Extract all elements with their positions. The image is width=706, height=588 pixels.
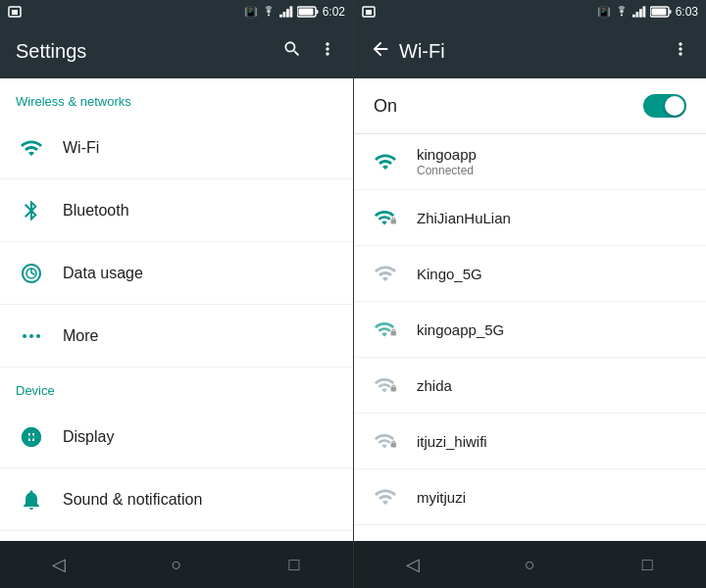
more-options-button[interactable] (318, 39, 337, 64)
settings-item-apps[interactable]: Apps (0, 531, 353, 541)
kingoapp-status: Connected (417, 164, 690, 177)
search-button[interactable] (282, 39, 302, 64)
svg-rect-1 (12, 10, 18, 15)
right-sim-icon (362, 6, 376, 18)
svg-rect-5 (289, 6, 292, 17)
svg-point-12 (36, 334, 40, 338)
bluetooth-settings-label: Bluetooth (63, 202, 129, 220)
vibrate-icon: 📳 (244, 6, 258, 19)
kingoapp-name: kingoapp (417, 146, 690, 163)
svg-rect-15 (366, 10, 372, 15)
device-header: Device (0, 368, 353, 406)
wifi-network-zhijian[interactable]: ZhiJianHuLian (354, 190, 706, 246)
svg-point-10 (23, 334, 26, 338)
more-settings-label: More (63, 327, 98, 345)
status-wifi-icon (262, 6, 276, 18)
wifi-network-list[interactable]: kingoapp Connected ZhiJianHuLian (354, 134, 706, 541)
svg-rect-22 (651, 9, 666, 16)
right-home-nav-button[interactable]: ○ (510, 545, 549, 584)
right-signal-icon (632, 6, 646, 18)
wifi-network-kingoapp[interactable]: kingoapp Connected (354, 134, 706, 190)
svg-rect-21 (669, 10, 671, 14)
data-usage-icon (16, 258, 47, 289)
right-wifi-status-icon (615, 6, 629, 18)
wifi-back-button[interactable] (370, 38, 391, 65)
settings-item-display[interactable]: Display (0, 406, 353, 468)
myitjuzi-info: myitjuzi (417, 489, 690, 506)
sound-label: Sound & notification (63, 491, 202, 509)
settings-panel: 📳 6:02 Settings (0, 0, 353, 588)
left-nav-bar: ◁ ○ □ (0, 541, 353, 588)
wifi-app-bar-left: Wi-Fi (370, 38, 445, 65)
wifi-title: Wi-Fi (399, 40, 445, 63)
svg-rect-24 (392, 218, 395, 220)
status-bar-right-icons: 📳 6:02 (244, 5, 345, 19)
wifi-settings-icon (16, 132, 47, 164)
right-back-nav-button[interactable]: ◁ (393, 545, 432, 584)
settings-app-bar: Settings (0, 24, 353, 78)
wifi-toggle-label: On (374, 96, 397, 117)
svg-rect-26 (392, 329, 395, 332)
wifi-network-myitjuzi[interactable]: myitjuzi (354, 469, 706, 525)
kingoapp5g-info: kingoapp_5G (417, 321, 690, 338)
wifi-more-button[interactable] (671, 39, 690, 64)
kingo5g-wifi-icon (370, 258, 401, 289)
itjuzi-name: itjuzi_hiwifi (417, 433, 690, 450)
wifi-network-zhida[interactable]: zhida (354, 358, 706, 414)
itjuzi-info: itjuzi_hiwifi (417, 433, 690, 450)
svg-rect-28 (392, 385, 395, 388)
wifi-network-wuye[interactable]: WUYE (354, 525, 706, 541)
kingo5g-name: Kingo_5G (417, 266, 690, 282)
right-status-bar: 📳 6:03 (354, 0, 706, 24)
display-label: Display (63, 428, 114, 446)
svg-rect-2 (279, 15, 282, 18)
settings-item-sound[interactable]: Sound & notification (0, 468, 353, 531)
settings-item-bluetooth[interactable]: Bluetooth (0, 179, 353, 242)
svg-rect-30 (392, 441, 395, 444)
settings-item-wifi[interactable]: Wi-Fi (0, 117, 353, 179)
wifi-network-kingoapp5g[interactable]: kingoapp_5G (354, 302, 706, 358)
more-settings-icon (16, 320, 47, 352)
kingo5g-info: Kingo_5G (417, 266, 690, 282)
wifi-panel: 📳 6:03 (353, 0, 706, 588)
settings-scroll[interactable]: Wireless & networks Wi-Fi Bluetooth (0, 78, 353, 541)
display-icon (16, 421, 47, 453)
wifi-settings-label: Wi-Fi (63, 139, 99, 157)
sound-icon (16, 484, 47, 515)
zhijian-wifi-icon (370, 202, 401, 233)
recents-nav-button[interactable]: □ (275, 545, 314, 584)
bluetooth-settings-icon (16, 195, 47, 226)
left-status-bar: 📳 6:02 (0, 0, 353, 24)
kingoapp5g-wifi-icon (370, 314, 401, 345)
wifi-network-itjuzi[interactable]: itjuzi_hiwifi (354, 414, 706, 469)
svg-rect-8 (298, 9, 313, 16)
data-usage-label: Data usage (63, 265, 143, 282)
svg-rect-3 (282, 12, 285, 18)
wifi-toggle-switch[interactable] (643, 94, 686, 118)
svg-point-11 (29, 334, 33, 338)
wifi-network-kingo5g[interactable]: Kingo_5G (354, 246, 706, 302)
back-nav-button[interactable]: ◁ (39, 545, 78, 584)
settings-item-data-usage[interactable]: Data usage (0, 242, 353, 305)
settings-item-more[interactable]: More (0, 305, 353, 368)
battery-icon (297, 6, 319, 18)
myitjuzi-name: myitjuzi (417, 489, 690, 506)
signal-icon (279, 6, 293, 18)
settings-toolbar (282, 39, 337, 64)
right-status-left (362, 6, 376, 18)
right-recents-nav-button[interactable]: □ (628, 545, 667, 584)
zhijian-info: ZhiJianHuLian (417, 210, 690, 226)
svg-rect-16 (632, 15, 635, 18)
zhida-wifi-icon (370, 369, 401, 401)
itjuzi-wifi-icon (370, 425, 401, 457)
status-bar-left-icons (8, 6, 22, 18)
svg-rect-17 (635, 12, 638, 18)
svg-rect-19 (642, 6, 645, 17)
zhida-info: zhida (417, 377, 690, 394)
kingoapp-info: kingoapp Connected (417, 146, 690, 177)
right-vibrate-icon: 📳 (597, 6, 611, 19)
myitjuzi-wifi-icon (370, 481, 401, 513)
left-time: 6:02 (323, 5, 345, 19)
wifi-app-bar: Wi-Fi (354, 24, 706, 78)
home-nav-button[interactable]: ○ (157, 545, 196, 584)
